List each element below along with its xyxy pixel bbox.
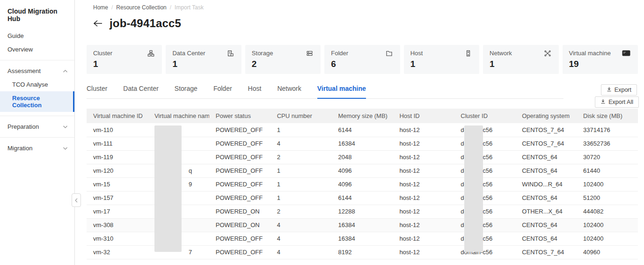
folder-icon: [386, 50, 393, 57]
tab-cluster[interactable]: Cluster: [87, 85, 107, 98]
cell-disk-size: 102400: [577, 232, 638, 245]
cell-operating-system: CENTOS_64: [515, 232, 577, 245]
cell-operating-system: CENTOS_7_64: [515, 123, 577, 137]
export-button[interactable]: Export: [601, 84, 637, 96]
cell-vm-id: vm-15: [87, 177, 148, 191]
cell-disk-size: 444082: [577, 205, 638, 218]
tab-network[interactable]: Network: [277, 85, 301, 98]
export-all-button[interactable]: Export All: [595, 96, 639, 108]
cell-cpu-number: 1: [271, 123, 332, 137]
cell-disk-size: 33714176: [577, 123, 638, 137]
export-button-label: Export: [615, 87, 631, 93]
sidebar-item-label: Overview: [7, 46, 33, 53]
sidebar-collapse-button[interactable]: [72, 193, 81, 207]
cell-host-id: host-12: [393, 245, 454, 259]
redaction-overlay-cluster-id: [464, 125, 483, 252]
cell-host-id: host-12: [393, 218, 454, 232]
sidebar-divider: [0, 137, 74, 138]
cell-memory-size: 16384: [332, 232, 393, 245]
column-header-virtual-machine-name: Virtual machine name: [148, 109, 209, 123]
redaction-overlay-vm-name: [154, 125, 182, 252]
cell-cluster-id: domain-c56: [454, 232, 515, 245]
cell-operating-system: WINDO...R_64: [515, 177, 577, 191]
cell-cluster-id: domain-c56: [454, 150, 515, 164]
cell-vm-id: vm-32: [87, 245, 148, 259]
summary-card-cluster: Cluster1: [87, 45, 162, 74]
cell-vm-id: vm-120: [87, 164, 148, 177]
cell-vm-id: vm-310: [87, 232, 148, 245]
cell-memory-size: 4096: [332, 177, 393, 191]
cell-host-id: host-12: [393, 191, 454, 205]
card-value: 1: [172, 59, 234, 69]
cell-vm-id: vm-119: [87, 150, 148, 164]
tab-host[interactable]: Host: [248, 85, 262, 98]
column-header-disk-size-mb-: Disk size (MB): [577, 109, 638, 123]
sidebar-item-assessment[interactable]: Assessment: [0, 64, 74, 78]
cell-memory-size: 8192: [332, 245, 393, 259]
cell-disk-size: 33652736: [577, 137, 638, 150]
breadcrumb-item-import-task: Import Task: [175, 4, 204, 11]
card-label: Network: [490, 50, 512, 57]
card-value: 19: [569, 59, 630, 69]
download-icon: [607, 87, 612, 93]
chevron-down-icon: [63, 125, 68, 129]
cell-power-status: POWERED_ON: [209, 218, 271, 232]
sidebar-item-tco-analyse[interactable]: TCO Analyse: [0, 78, 74, 91]
cell-memory-size: 6144: [332, 123, 393, 137]
vm-table-container: Virtual machine IDVirtual machine namePo…: [87, 109, 638, 259]
cell-host-id: host-12: [393, 123, 454, 137]
sidebar-item-migration[interactable]: Migration: [0, 141, 74, 155]
sidebar-divider: [0, 60, 74, 60]
sidebar-item-overview[interactable]: Overview: [0, 43, 74, 56]
sidebar-item-label: Guide: [7, 32, 24, 39]
table-header-row: Virtual machine IDVirtual machine namePo…: [87, 109, 638, 123]
card-label: Storage: [252, 50, 273, 57]
column-header-virtual-machine-id: Virtual machine ID: [87, 109, 148, 123]
sidebar-item-guide[interactable]: Guide: [0, 29, 74, 43]
cell-operating-system: CENTOS_7_64: [515, 245, 577, 259]
cell-cpu-number: 1: [271, 164, 332, 177]
cell-host-id: host-12: [393, 177, 454, 191]
cell-power-status: POWERED_OFF: [209, 137, 271, 150]
cell-host-id: host-12: [393, 137, 454, 150]
cell-cpu-number: 4: [271, 137, 332, 150]
sidebar-item-resource-collection[interactable]: Resource Collection: [0, 91, 74, 112]
download-icon: [600, 99, 606, 105]
summary-card-folder: Folder6: [324, 45, 400, 74]
tab-data-center[interactable]: Data Center: [123, 85, 158, 98]
cell-cpu-number: 4: [271, 232, 332, 245]
back-arrow-icon[interactable]: [93, 20, 102, 27]
cell-cpu-number: 4: [271, 245, 332, 259]
app-title: Cloud Migration Hub: [0, 0, 74, 29]
cell-cluster-id: domain-c56: [454, 177, 515, 191]
tab-storage[interactable]: Storage: [175, 85, 198, 98]
cluster-icon: [147, 50, 154, 57]
cell-disk-size: 102400: [577, 177, 638, 191]
sidebar-item-preparation[interactable]: Preparation: [0, 120, 74, 133]
cell-cluster-id: domain-c56: [454, 245, 515, 259]
breadcrumb-item-resource-collection[interactable]: Resource Collection: [116, 4, 166, 11]
tab-folder[interactable]: Folder: [213, 85, 232, 98]
cell-memory-size: 4096: [332, 164, 393, 177]
breadcrumb-separator: /: [170, 4, 171, 11]
breadcrumb-item-home[interactable]: Home: [93, 4, 108, 11]
breadcrumb: Home/Resource Collection/Import Task: [93, 4, 204, 11]
cell-cluster-id: domain-c56: [454, 218, 515, 232]
card-value: 1: [490, 59, 551, 69]
cell-host-id: host-12: [393, 205, 454, 218]
sidebar: Cloud Migration Hub GuideOverviewAssessm…: [0, 0, 75, 265]
summary-card-network: Network1: [483, 45, 558, 74]
column-header-operating-system: Operating system: [515, 109, 577, 123]
host-icon: [465, 50, 472, 57]
cell-vm-id: vm-157: [87, 191, 148, 205]
main-content: Home/Resource Collection/Import Task job…: [75, 0, 644, 265]
cell-disk-size: 51200: [577, 191, 638, 205]
cell-power-status: POWERED_ON: [209, 205, 271, 218]
sidebar-item-label: Resource Collection: [12, 95, 68, 109]
tab-virtual-machine[interactable]: Virtual machine: [317, 85, 366, 99]
cell-vm-id: vm-308: [87, 218, 148, 232]
cell-cluster-id: domain-c56: [454, 164, 515, 177]
data-center-icon: [227, 50, 234, 57]
breadcrumb-separator: /: [111, 4, 113, 11]
cell-cluster-id: domain-c56: [454, 205, 515, 218]
